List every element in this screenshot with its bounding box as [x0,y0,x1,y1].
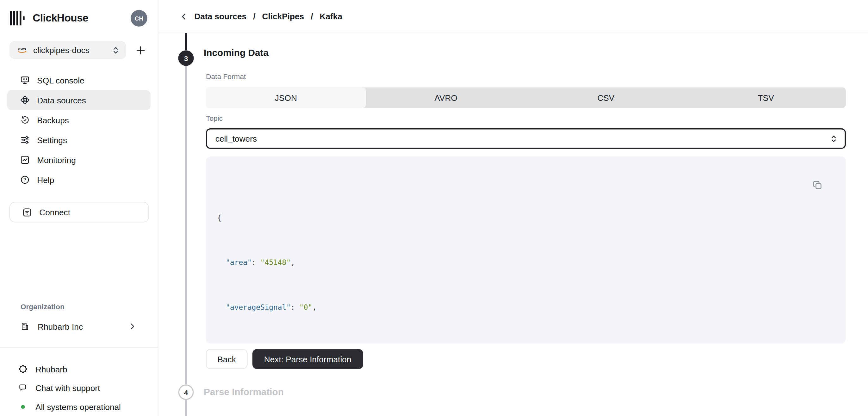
app-window: ClickHouse CH aws clickpipes-docs [0,0,868,416]
avatar[interactable]: CH [131,10,147,27]
chat-bubble-icon [18,383,27,392]
topic-select[interactable]: cell_towers [206,128,846,149]
organization-item[interactable]: Rhubarb Inc [9,316,149,337]
tab-json[interactable]: JSON [206,88,366,108]
help-icon: ? [20,175,30,185]
organization-label: Organization [21,302,149,311]
step-4-badge: 4 [178,384,194,400]
topic-label: Topic [206,114,846,122]
code-line: { [217,210,835,225]
monitoring-icon [20,155,30,165]
building-icon [21,322,29,331]
timeline-segment-pending [185,400,187,416]
aws-icon: aws [17,46,28,54]
sidebar-item-label: Backups [37,116,69,125]
connect-icon [22,207,32,217]
status-dot-icon [18,405,27,408]
breadcrumb-separator: / [311,12,313,21]
sidebar-item-settings[interactable]: Settings [7,130,151,150]
organization-name: Rhubarb Inc [38,322,83,331]
incoming-data-form: Data Format JSON AVRO CSV TSV Topic cell… [206,72,846,369]
step-3-badge: 3 [178,50,194,66]
sidebar-item-label: Monitoring [37,155,76,165]
connect-button[interactable]: Connect [9,202,149,223]
chevron-right-icon [129,322,136,330]
next-parse-information-button[interactable]: Next: Parse Information [252,349,363,369]
brand-name: ClickHouse [33,12,88,25]
wizard-content: 3 4 Incoming Data Parse Information Data… [158,33,868,416]
code-line: "area": "45148", [217,255,835,270]
tab-tsv[interactable]: TSV [686,88,846,108]
sidebar-item-sql-console[interactable]: SQL console [7,70,151,90]
tab-csv[interactable]: CSV [526,88,686,108]
sidebar-item-monitoring[interactable]: Monitoring [7,150,151,170]
code-line: "averageSignal": "0", [217,300,835,315]
copy-icon[interactable] [812,164,837,206]
sql-console-icon [20,75,30,85]
breadcrumb-item-clickpipes[interactable]: ClickPipes [262,12,304,21]
data-sources-icon [20,95,30,105]
step-3-title: Incoming Data [204,48,269,59]
clickhouse-logo-icon [10,11,27,26]
organization-section: Organization Rhubarb Inc [0,302,158,337]
puzzle-icon [18,364,27,373]
sidebar-item-label: Help [37,175,54,185]
sidebar-item-backups[interactable]: Backups [7,110,151,130]
topic-select-value: cell_towers [215,134,257,143]
timeline-segment-done [185,33,187,50]
settings-sliders-icon [20,135,30,145]
sidebar-footer: Rhubarb Chat with support All systems op… [0,347,158,416]
breadcrumb-separator: / [253,12,255,21]
timeline-segment-pending [185,66,187,384]
sidebar-nav: SQL console Data sources [0,70,158,190]
footer-item-system-status[interactable]: All systems operational [9,397,149,416]
main-area: Data sources / ClickPipes / Kafka 3 4 In… [158,0,868,416]
step-4-title: Parse Information [204,387,284,398]
sidebar-item-label: SQL console [37,75,84,85]
breadcrumb-item-data-sources[interactable]: Data sources [194,12,246,21]
breadcrumb-item-kafka: Kafka [320,12,343,21]
footer-item-label: Chat with support [35,383,100,393]
chevron-updown-icon [112,45,119,55]
chevron-updown-icon [830,134,837,144]
sidebar-item-label: Data sources [37,95,86,105]
backups-icon [20,115,30,125]
sample-message-code-block: { "area": "45148", "averageSignal": "0",… [206,157,846,344]
project-row: aws clickpipes-docs [9,41,149,59]
sidebar-header: ClickHouse CH [0,0,158,27]
sidebar-item-label: Settings [37,135,67,145]
tab-avro[interactable]: AVRO [366,88,526,108]
wizard-actions: Back Next: Parse Information [206,349,846,369]
sidebar-item-help[interactable]: ? Help [7,170,151,190]
sidebar-spacer [0,223,158,303]
sidebar: ClickHouse CH aws clickpipes-docs [0,0,158,416]
data-format-label: Data Format [206,72,846,81]
breadcrumb: Data sources / ClickPipes / Kafka [158,0,868,33]
add-service-button[interactable] [132,42,149,59]
back-chevron-icon[interactable] [181,12,187,20]
project-selector[interactable]: aws clickpipes-docs [9,41,126,59]
sidebar-item-data-sources[interactable]: Data sources [7,90,151,110]
footer-item-label: All systems operational [35,402,121,411]
data-format-tabs: JSON AVRO CSV TSV [206,88,846,108]
connect-label: Connect [39,207,70,217]
footer-item-rhubarb[interactable]: Rhubarb [9,360,149,379]
svg-text:?: ? [23,177,27,182]
footer-item-label: Rhubarb [35,364,67,374]
footer-item-chat-with-support[interactable]: Chat with support [9,378,149,397]
back-button[interactable]: Back [206,349,247,369]
svg-text:aws: aws [18,46,26,51]
project-name: clickpipes-docs [33,45,90,55]
